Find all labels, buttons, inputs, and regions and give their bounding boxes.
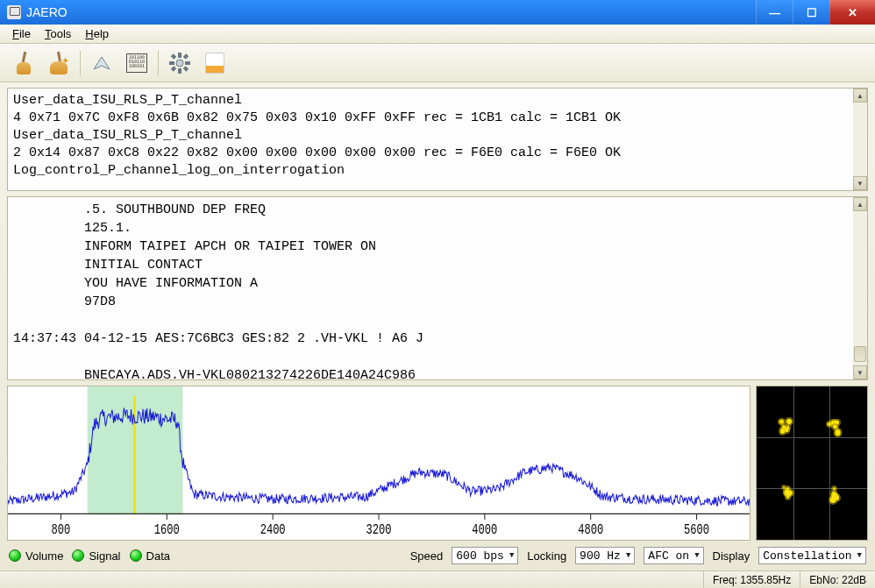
constellation-point: [786, 487, 789, 490]
speed-select[interactable]: 600 bps ▼: [452, 547, 518, 564]
chevron-down-icon: ▼: [857, 551, 862, 560]
gear-icon: [169, 53, 190, 74]
scroll-up-button[interactable]: ▲: [853, 197, 867, 211]
broom-sparkle-icon: ✦: [48, 52, 69, 74]
data-led-group: Data: [130, 549, 170, 563]
constellation-point: [786, 419, 792, 424]
settings-button[interactable]: [163, 47, 196, 79]
svg-text:1600: 1600: [154, 522, 180, 538]
svg-rect-7: [184, 54, 188, 58]
content-area: User_data_ISU_RLS_P_T_channel 4 0x71 0x7…: [0, 82, 875, 570]
locking-select[interactable]: 900 Hz ▼: [575, 547, 635, 564]
constellation-point: [785, 428, 787, 430]
constellation-point: [782, 425, 786, 429]
binary-button[interactable]: 101100010110100101: [120, 47, 153, 79]
binary-icon: 101100010110100101: [126, 53, 147, 73]
clear-1-button[interactable]: [7, 47, 40, 79]
menubar: File Tools Help: [0, 25, 875, 44]
decoded-text: .5. SOUTHBOUND DEP FREQ 125.1. INFORM TA…: [8, 197, 867, 380]
data-led: [130, 549, 142, 562]
status-ebno: EbNo: 22dB: [800, 571, 875, 588]
display-value: Constellation: [763, 549, 851, 563]
log-icon: [205, 53, 224, 74]
chevron-down-icon: ▼: [694, 551, 699, 560]
svg-rect-8: [172, 67, 175, 70]
menu-help[interactable]: Help: [78, 25, 116, 42]
svg-text:800: 800: [52, 522, 71, 538]
svg-text:2400: 2400: [260, 522, 286, 538]
menu-tools[interactable]: Tools: [38, 25, 78, 42]
speed-label: Speed: [410, 549, 444, 563]
scroll-up-button[interactable]: ▲: [853, 89, 867, 103]
maximize-button[interactable]: ☐: [793, 0, 829, 25]
constellation-point: [780, 429, 786, 434]
svg-text:4800: 4800: [578, 522, 603, 538]
broom-icon: [14, 52, 33, 74]
svg-rect-2: [179, 69, 181, 73]
minimize-button[interactable]: —: [756, 0, 793, 25]
svg-rect-6: [184, 67, 188, 70]
signal-led: [72, 549, 84, 562]
svg-point-0: [176, 60, 183, 67]
viz-row: 800160024003200400048005600: [7, 386, 868, 541]
constellation-point: [786, 496, 789, 499]
signal-label: Signal: [89, 549, 120, 563]
constellation-point: [833, 487, 836, 490]
spectrum-plot[interactable]: 800160024003200400048005600: [7, 386, 751, 541]
close-button[interactable]: ✕: [829, 0, 875, 25]
scroll-thumb[interactable]: [854, 346, 866, 362]
signal-led-group: Signal: [72, 549, 120, 563]
log-button[interactable]: [198, 47, 231, 79]
volume-led: [9, 549, 21, 562]
aircraft-button[interactable]: [85, 47, 118, 79]
constellation-point: [830, 498, 836, 503]
chevron-down-icon: ▼: [626, 551, 630, 560]
constellation-point: [788, 491, 792, 494]
afc-value: AFC on: [648, 549, 689, 563]
svg-text:3200: 3200: [366, 522, 392, 538]
controls-row: Volume Signal Data Speed 600 bps ▼ Locki…: [7, 541, 868, 567]
scroll-down-button[interactable]: ▼: [853, 365, 867, 379]
clear-2-button[interactable]: ✦: [42, 47, 75, 79]
raw-data-text: User_data_ISU_RLS_P_T_channel 4 0x71 0x7…: [8, 89, 867, 183]
scrollbar[interactable]: ▲ ▼: [853, 197, 867, 379]
constellation-point: [780, 420, 784, 423]
titlebar[interactable]: JAERO — ☐ ✕: [0, 0, 875, 25]
svg-text:4000: 4000: [472, 522, 497, 538]
svg-rect-5: [172, 54, 175, 58]
volume-label: Volume: [25, 549, 63, 563]
window-title: JAERO: [26, 5, 756, 19]
svg-rect-3: [170, 62, 174, 64]
locking-label: Locking: [527, 549, 566, 563]
scroll-down-button[interactable]: ▼: [853, 176, 867, 190]
status-freq: Freq: 1355.85Hz: [703, 571, 800, 588]
menu-file[interactable]: File: [5, 25, 38, 42]
plane-icon: [91, 53, 112, 73]
locking-value: 900 Hz: [580, 549, 621, 563]
constellation-point: [833, 425, 836, 429]
afc-select[interactable]: AFC on ▼: [644, 547, 703, 564]
constellation-plot[interactable]: [756, 386, 868, 541]
app-icon: [7, 5, 21, 19]
svg-rect-1: [179, 53, 181, 57]
speed-value: 600 bps: [456, 549, 504, 563]
data-label: Data: [146, 549, 170, 563]
display-select[interactable]: Constellation ▼: [758, 547, 866, 564]
raw-data-pane[interactable]: User_data_ISU_RLS_P_T_channel 4 0x71 0x7…: [7, 88, 868, 191]
statusbar: Freq: 1355.85Hz EbNo: 22dB: [0, 570, 875, 588]
volume-led-group: Volume: [9, 549, 63, 563]
chevron-down-icon: ▼: [509, 551, 514, 560]
toolbar-separator: [80, 51, 81, 75]
svg-text:5600: 5600: [684, 522, 709, 538]
constellation-point: [836, 429, 840, 434]
constellation-point: [831, 421, 834, 423]
scrollbar[interactable]: ▲ ▼: [853, 89, 867, 190]
constellation-point: [836, 421, 839, 424]
decoded-text-pane[interactable]: .5. SOUTHBOUND DEP FREQ 125.1. INFORM TA…: [7, 196, 868, 380]
svg-rect-4: [186, 62, 189, 64]
toolbar-separator: [158, 51, 159, 75]
display-label: Display: [713, 549, 751, 563]
toolbar: ✦ 101100010110100101: [0, 44, 875, 82]
